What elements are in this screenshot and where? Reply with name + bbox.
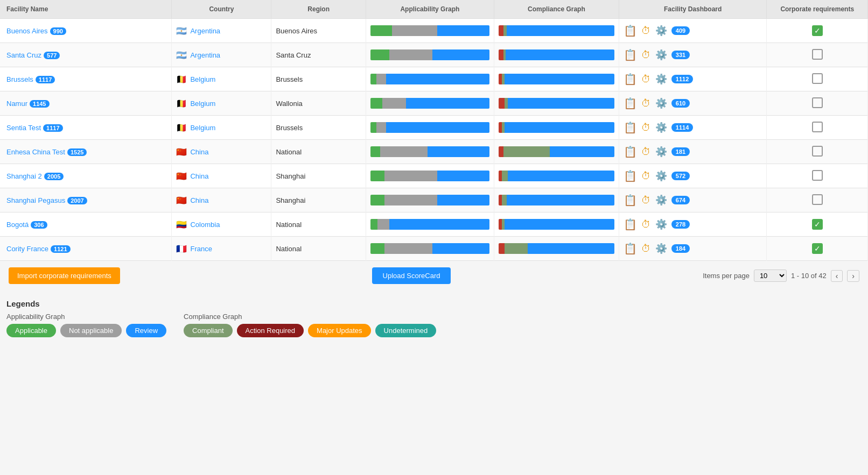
facility-name[interactable]: Santa Cruz — [6, 51, 41, 59]
gauge-icon[interactable]: ⏱ — [641, 25, 651, 37]
clipboard-icon[interactable]: 📋 — [624, 73, 637, 86]
region-name: Wallonia — [276, 100, 302, 108]
app-bar-blue — [386, 122, 489, 133]
country-name[interactable]: China — [190, 196, 208, 204]
gear-icon[interactable]: ⚙️ — [655, 122, 667, 133]
checkbox-empty[interactable] — [812, 194, 823, 205]
region-name: Brussels — [276, 75, 303, 83]
gear-icon[interactable]: ⚙️ — [655, 49, 667, 61]
checkbox-checked[interactable]: ✓ — [812, 25, 823, 36]
table-row: Santa Cruz577🇦🇷ArgentinaSanta Cruz 📋 ⏱ ⚙… — [0, 43, 868, 67]
comp-bar-muted — [502, 195, 507, 205]
corporate-req-cell[interactable] — [767, 91, 868, 116]
facility-name[interactable]: Sentia Test — [6, 124, 41, 132]
facility-name-cell: Cority France1121 — [0, 237, 172, 261]
gauge-icon[interactable]: ⏱ — [641, 171, 651, 182]
corporate-req-cell[interactable] — [767, 67, 868, 91]
checkbox-empty[interactable] — [812, 170, 823, 181]
country-name[interactable]: Argentina — [190, 51, 220, 59]
dashboard-cell: 📋 ⏱ ⚙️ 1112 — [619, 67, 767, 91]
clipboard-icon[interactable]: 📋 — [624, 24, 637, 37]
country-name[interactable]: Belgium — [190, 75, 215, 83]
country-name[interactable]: China — [190, 172, 208, 180]
country-name[interactable]: Belgium — [190, 100, 215, 108]
col-region[interactable]: Region — [271, 0, 366, 19]
country-name[interactable]: China — [190, 148, 208, 156]
checkbox-empty[interactable] — [812, 146, 823, 157]
gear-icon[interactable]: ⚙️ — [655, 73, 667, 85]
col-corporate-requirements[interactable]: Corporate requirements — [767, 0, 868, 19]
col-applicability-graph[interactable]: Applicability Graph — [366, 0, 494, 19]
gauge-icon[interactable]: ⏱ — [641, 219, 651, 230]
facility-name[interactable]: Buenos Aires — [6, 27, 48, 35]
table-footer: Import corporate requirements Upload Sco… — [0, 261, 868, 290]
clipboard-icon[interactable]: 📋 — [624, 145, 637, 158]
clipboard-icon[interactable]: 📋 — [624, 218, 637, 231]
compliance-bar — [499, 49, 614, 60]
facility-name-cell: Enhesa China Test1525 — [0, 140, 172, 164]
clipboard-icon[interactable]: 📋 — [624, 242, 637, 255]
checkbox-empty[interactable] — [812, 49, 823, 60]
applicability-bar — [370, 219, 489, 230]
facility-name[interactable]: Namur — [6, 100, 27, 108]
corporate-req-cell[interactable]: ✓ — [767, 19, 868, 43]
gear-icon[interactable]: ⚙️ — [655, 194, 667, 206]
clipboard-icon[interactable]: 📋 — [624, 169, 637, 182]
col-facility-name[interactable]: Facility Name — [0, 0, 172, 19]
gear-icon[interactable]: ⚙️ — [655, 218, 667, 230]
checkbox-empty[interactable] — [812, 122, 823, 132]
corporate-req-cell[interactable]: ✓ — [767, 237, 868, 261]
col-facility-dashboard[interactable]: Facility Dashboard — [619, 0, 767, 19]
facility-name[interactable]: Shanghai 2 — [6, 172, 42, 180]
gear-icon[interactable]: ⚙️ — [655, 25, 667, 37]
clipboard-icon[interactable]: 📋 — [624, 97, 637, 110]
dashboard-cell: 📋 ⏱ ⚙️ 674 — [619, 188, 767, 212]
gear-icon[interactable]: ⚙️ — [655, 146, 667, 158]
checkbox-empty[interactable] — [812, 73, 823, 84]
import-corporate-btn[interactable]: Import corporate requirements — [9, 267, 120, 284]
region-cell: Santa Cruz — [271, 43, 366, 67]
country-name[interactable]: Belgium — [190, 124, 215, 132]
country-name[interactable]: Colombia — [190, 221, 220, 229]
corporate-req-cell[interactable] — [767, 140, 868, 164]
gear-icon[interactable]: ⚙️ — [655, 97, 667, 109]
gauge-icon[interactable]: ⏱ — [641, 243, 651, 254]
corporate-req-cell[interactable] — [767, 188, 868, 212]
checkbox-checked[interactable]: ✓ — [812, 243, 823, 254]
country-name[interactable]: France — [190, 245, 212, 253]
clipboard-icon[interactable]: 📋 — [624, 194, 637, 207]
facility-name[interactable]: Shanghai Pegasus — [6, 196, 65, 204]
facility-name[interactable]: Bogotá — [6, 221, 29, 229]
gear-icon[interactable]: ⚙️ — [655, 243, 667, 254]
gauge-icon[interactable]: ⏱ — [641, 146, 651, 158]
country-name[interactable]: Argentina — [190, 27, 220, 35]
applicability-bar — [370, 146, 489, 157]
gauge-icon[interactable]: ⏱ — [641, 74, 651, 85]
facility-name[interactable]: Cority France — [6, 245, 48, 253]
facility-name[interactable]: Enhesa China Test — [6, 148, 65, 156]
col-country[interactable]: Country — [172, 0, 271, 19]
gauge-icon[interactable]: ⏱ — [641, 49, 651, 61]
gauge-icon[interactable]: ⏱ — [641, 195, 651, 206]
corporate-req-cell[interactable] — [767, 164, 868, 188]
comp-bar-blue — [550, 146, 614, 157]
clipboard-icon[interactable]: 📋 — [624, 121, 637, 134]
next-page-btn[interactable]: › — [847, 270, 859, 282]
checkbox-empty[interactable] — [812, 97, 823, 108]
checkbox-checked[interactable]: ✓ — [812, 219, 823, 230]
corporate-req-cell[interactable] — [767, 116, 868, 140]
corporate-req-cell[interactable] — [767, 43, 868, 67]
prev-page-btn[interactable]: ‹ — [831, 270, 843, 282]
gauge-icon[interactable]: ⏱ — [641, 122, 651, 133]
col-compliance-graph[interactable]: Compliance Graph — [494, 0, 619, 19]
compliance-bar — [499, 146, 614, 157]
comp-bar-red — [499, 146, 503, 157]
items-per-page-select[interactable]: 10 25 50 — [754, 270, 787, 282]
gauge-icon[interactable]: ⏱ — [641, 98, 651, 109]
comp-bar-blue — [507, 195, 614, 205]
facility-name[interactable]: Brussels — [6, 75, 33, 83]
gear-icon[interactable]: ⚙️ — [655, 170, 667, 182]
corporate-req-cell[interactable]: ✓ — [767, 212, 868, 237]
clipboard-icon[interactable]: 📋 — [624, 48, 637, 61]
upload-scorecard-btn[interactable]: Upload ScoreCard — [372, 267, 451, 284]
